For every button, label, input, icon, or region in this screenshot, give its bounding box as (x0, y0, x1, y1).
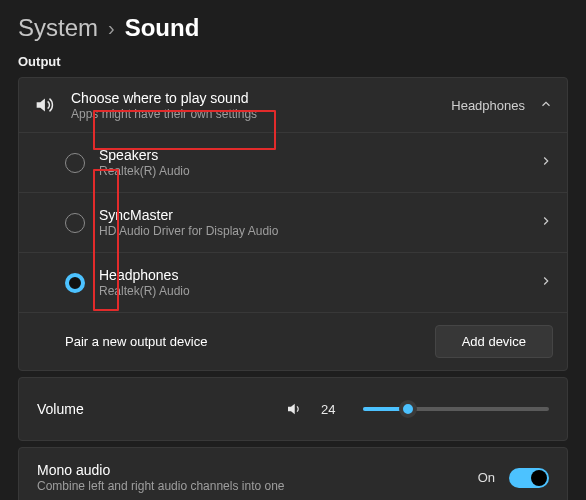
output-header-row[interactable]: Choose where to play sound Apps might ha… (19, 78, 567, 132)
chevron-right-icon: › (108, 17, 115, 40)
volume-card: Volume 24 (18, 377, 568, 441)
output-current-device: Headphones (451, 98, 525, 113)
output-card: Choose where to play sound Apps might ha… (18, 77, 568, 371)
device-row[interactable]: HeadphonesRealtek(R) Audio (19, 252, 567, 312)
device-driver: Realtek(R) Audio (99, 284, 525, 298)
toggle-knob (531, 470, 547, 486)
mono-audio-toggle[interactable] (509, 468, 549, 488)
chevron-right-icon (539, 214, 553, 231)
device-row[interactable]: SpeakersRealtek(R) Audio (19, 132, 567, 192)
device-radio[interactable] (65, 213, 85, 233)
mono-audio-subtitle: Combine left and right audio channels in… (37, 479, 464, 493)
device-name: Headphones (99, 267, 525, 283)
device-row[interactable]: SyncMasterHD Audio Driver for Display Au… (19, 192, 567, 252)
mono-audio-title: Mono audio (37, 462, 464, 478)
device-driver: HD Audio Driver for Display Audio (99, 224, 525, 238)
output-header-title: Choose where to play sound (71, 90, 437, 106)
breadcrumb: System › Sound (18, 14, 568, 42)
add-device-button[interactable]: Add device (435, 325, 553, 358)
mono-audio-state: On (478, 470, 495, 485)
volume-label: Volume (37, 401, 267, 417)
device-name: Speakers (99, 147, 525, 163)
volume-icon[interactable] (281, 396, 307, 422)
speaker-icon (31, 92, 57, 118)
volume-slider[interactable] (363, 400, 549, 418)
chevron-right-icon (539, 154, 553, 171)
chevron-right-icon (539, 274, 553, 291)
page-title: Sound (125, 14, 200, 42)
device-list: SpeakersRealtek(R) AudioSyncMasterHD Aud… (19, 132, 567, 312)
output-header-subtitle: Apps might have their own settings (71, 107, 437, 121)
device-radio[interactable] (65, 273, 85, 293)
pair-device-row: Pair a new output device Add device (19, 312, 567, 370)
breadcrumb-parent[interactable]: System (18, 14, 98, 42)
device-driver: Realtek(R) Audio (99, 164, 525, 178)
device-name: SyncMaster (99, 207, 525, 223)
device-radio[interactable] (65, 153, 85, 173)
chevron-up-icon (539, 97, 553, 114)
mono-audio-card: Mono audio Combine left and right audio … (18, 447, 568, 500)
pair-device-label: Pair a new output device (65, 334, 421, 349)
volume-value: 24 (321, 402, 349, 417)
output-section-label: Output (18, 54, 568, 69)
volume-slider-thumb[interactable] (399, 400, 417, 418)
